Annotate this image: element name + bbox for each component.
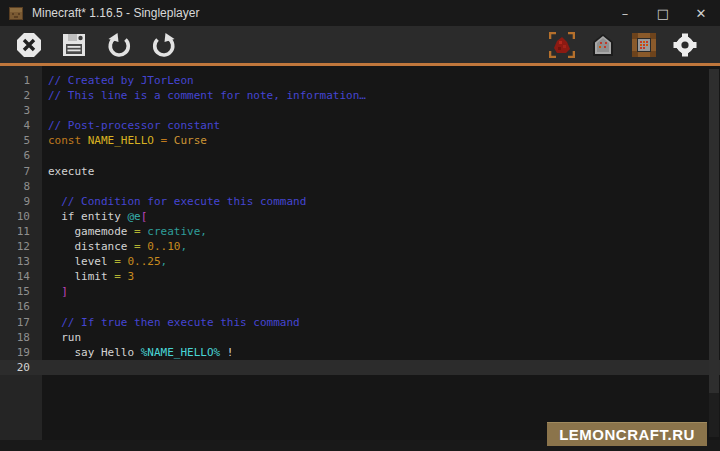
- code-line[interactable]: 3: [0, 103, 720, 118]
- code-line[interactable]: 17 // If true then execute this command: [0, 315, 720, 330]
- title-bar: Minecraft* 1.16.5 - Singleplayer – □ ✕: [0, 0, 720, 26]
- line-number: 13: [0, 254, 42, 269]
- code-text: // Condition for execute this command: [42, 194, 306, 209]
- gear-icon: [672, 32, 698, 58]
- code-text: // If true then execute this command: [42, 315, 300, 330]
- octagon-x-icon: [16, 32, 42, 58]
- undo-icon: [106, 32, 132, 58]
- code-line[interactable]: 2// This line is a comment for note, inf…: [0, 88, 720, 103]
- line-number: 5: [0, 133, 42, 148]
- toolbar: [0, 26, 720, 66]
- code-text: [42, 103, 48, 118]
- code-line[interactable]: 13 level = 0..25,: [0, 254, 720, 269]
- line-number: 15: [0, 284, 42, 299]
- line-number: 9: [0, 194, 42, 209]
- line-number: 11: [0, 224, 42, 239]
- code-line[interactable]: 18 run: [0, 330, 720, 345]
- code-text: execute: [42, 164, 94, 179]
- line-number: 4: [0, 118, 42, 133]
- line-number: 8: [0, 179, 42, 194]
- code-editor[interactable]: 1// Created by JTorLeon2// This line is …: [0, 66, 720, 440]
- code-text: level = 0..25,: [42, 254, 167, 269]
- code-text: limit = 3: [42, 269, 134, 284]
- floppy-save-icon: [61, 32, 87, 58]
- line-number: 2: [0, 88, 42, 103]
- code-line[interactable]: 10 if entity @e[: [0, 209, 720, 224]
- code-text: distance = 0..10,: [42, 239, 187, 254]
- line-number: 7: [0, 164, 42, 179]
- minecraft-block-icon: [8, 5, 24, 21]
- code-lines: 1// Created by JTorLeon2// This line is …: [0, 66, 720, 375]
- line-number: 1: [0, 73, 42, 88]
- code-line[interactable]: 7execute: [0, 164, 720, 179]
- redstone-select-button[interactable]: [549, 32, 575, 58]
- code-text: [42, 299, 48, 314]
- minimize-button[interactable]: –: [606, 0, 644, 26]
- code-text: // This line is a comment for note, info…: [42, 88, 366, 103]
- toolbar-right-group: [549, 32, 704, 58]
- code-line[interactable]: 6: [0, 148, 720, 163]
- scrollbar-thumb[interactable]: [709, 69, 719, 393]
- code-text: const NAME_HELLO = Curse: [42, 133, 207, 148]
- code-line[interactable]: 9 // Condition for execute this command: [0, 194, 720, 209]
- toolbar-left-group: [16, 32, 177, 58]
- line-number: 14: [0, 269, 42, 284]
- maximize-button[interactable]: □: [644, 0, 682, 26]
- vertical-scrollbar[interactable]: [709, 69, 719, 437]
- iron-door-icon: [590, 32, 616, 58]
- code-line[interactable]: 11 gamemode = creative,: [0, 224, 720, 239]
- code-line[interactable]: 20: [0, 360, 720, 375]
- save-button[interactable]: [61, 32, 87, 58]
- code-text: say Hello %NAME_HELLO% !: [42, 345, 233, 360]
- close-button[interactable]: ✕: [682, 0, 720, 26]
- code-line[interactable]: 19 say Hello %NAME_HELLO% !: [0, 345, 720, 360]
- code-line[interactable]: 5const NAME_HELLO = Curse: [0, 133, 720, 148]
- settings-button[interactable]: [672, 32, 698, 58]
- code-text: [42, 148, 48, 163]
- code-text: if entity @e[: [42, 209, 147, 224]
- line-number: 3: [0, 103, 42, 118]
- code-text: gamemode = creative,: [42, 224, 207, 239]
- window-controls: – □ ✕: [606, 0, 720, 26]
- redo-icon: [151, 32, 177, 58]
- circuit-frame-icon: [631, 32, 657, 58]
- code-text: [42, 179, 48, 194]
- code-line[interactable]: 14 limit = 3: [0, 269, 720, 284]
- code-text: // Post-processor constant: [42, 118, 220, 133]
- line-number: 16: [0, 299, 42, 314]
- line-number: 17: [0, 315, 42, 330]
- circuit-frame-button[interactable]: [631, 32, 657, 58]
- code-line[interactable]: 16: [0, 299, 720, 314]
- line-number: 18: [0, 330, 42, 345]
- code-line[interactable]: 12 distance = 0..10,: [0, 239, 720, 254]
- line-number: 12: [0, 239, 42, 254]
- code-line[interactable]: 4// Post-processor constant: [0, 118, 720, 133]
- code-line[interactable]: 8: [0, 179, 720, 194]
- watermark-badge: LEMONCRAFT.RU: [547, 422, 707, 446]
- close-file-button[interactable]: [16, 32, 42, 58]
- code-line[interactable]: 15 ]: [0, 284, 720, 299]
- door-button[interactable]: [590, 32, 616, 58]
- redstone-dust-select-icon: [549, 32, 575, 58]
- code-text: run: [42, 330, 81, 345]
- code-line[interactable]: 1// Created by JTorLeon: [0, 73, 720, 88]
- redo-button[interactable]: [151, 32, 177, 58]
- line-number: 19: [0, 345, 42, 360]
- line-number: 20: [0, 360, 42, 375]
- line-number: 10: [0, 209, 42, 224]
- undo-button[interactable]: [106, 32, 132, 58]
- code-text: // Created by JTorLeon: [42, 73, 194, 88]
- window-title: Minecraft* 1.16.5 - Singleplayer: [32, 6, 606, 20]
- line-number: 6: [0, 148, 42, 163]
- minecraft-editor-window: Minecraft* 1.16.5 - Singleplayer – □ ✕: [0, 0, 720, 451]
- code-text: ]: [42, 284, 68, 299]
- code-text: [42, 360, 48, 375]
